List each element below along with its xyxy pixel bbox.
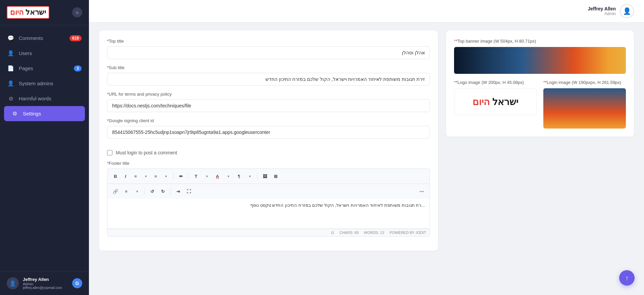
google-id-label: *Google signing client id <box>107 118 430 123</box>
url-label: *URL for terms and privacy policy <box>107 92 430 97</box>
topbar: Jeffrey Allen Admin 👤 <box>89 0 644 22</box>
right-panel: **Top banner image (W 504px, H 80.71px) … <box>446 31 634 287</box>
color-dropdown[interactable]: ▾ <box>224 171 233 181</box>
list-unordered-button[interactable]: ≡ <box>131 171 140 181</box>
undo-button[interactable]: ↺ <box>147 187 157 196</box>
login-image-group: **Login image (W 190pxpx, H 261.59px) <box>543 80 626 129</box>
pages-icon: 📄 <box>7 65 14 71</box>
left-panel: *Top title *Sub title *URL for terms and… <box>99 31 438 287</box>
sub-title-label: *Sub title <box>107 65 430 70</box>
top-title-label: *Top title <box>107 39 430 44</box>
align-dropdown[interactable]: ▾ <box>132 187 142 196</box>
sidebar-user-role: Admin <box>23 282 68 286</box>
login-label: **Login image (W 190pxpx, H 261.59px) <box>543 80 626 85</box>
sidebar-item-users-label: Users <box>19 50 32 56</box>
comments-badge: 619 <box>69 35 82 41</box>
top-title-input[interactable] <box>107 46 430 59</box>
sidebar-item-admins-label: System admins <box>19 81 53 86</box>
paragraph-button[interactable]: ¶ <box>234 171 244 181</box>
sidebar-logo: ישראל היום ○ <box>0 0 89 25</box>
editor-status-bar: ⊡ CHARS: 69 WORDS: 13 POWERED BY JODIT <box>107 229 430 237</box>
logo-image-text: ישראל היום <box>473 96 518 107</box>
must-login-checkbox[interactable] <box>107 150 112 155</box>
table-button[interactable]: ⊞ <box>271 171 280 181</box>
sidebar-item-settings-label: Settings <box>23 111 41 116</box>
logo-login-row: **Logo image (W 200px, H 45.08px) ישראל … <box>454 80 626 129</box>
toolbar-sep-4 <box>144 188 145 195</box>
editor-powered: POWERED BY JODIT <box>390 231 426 235</box>
google-auth-button[interactable]: G <box>72 278 82 288</box>
editor-words: WORDS: 13 <box>364 231 384 235</box>
main-content: Jeffrey Allen Admin 👤 *Top title <box>89 0 644 295</box>
link-button[interactable]: 🔗 <box>111 187 120 196</box>
settings-icon: ⚙ <box>11 110 18 117</box>
sidebar-footer: 👤 Jeffrey Allen Admin jeffrey.allen@yopm… <box>0 271 89 295</box>
sidebar-item-comments[interactable]: 💬 Comments 619 <box>0 31 89 46</box>
url-group: *URL for terms and privacy policy <box>107 92 430 112</box>
sidebar-item-harmful-words[interactable]: ⊘ Harmful words <box>0 91 89 106</box>
editor-chars: CHARS: 69 <box>339 231 358 235</box>
align-button[interactable]: ≡ <box>121 187 131 196</box>
sub-title-group: *Sub title <box>107 65 430 86</box>
list-ordered-dropdown[interactable]: ▾ <box>161 171 170 181</box>
topbar-user-name: Jeffrey Allen <box>588 6 616 11</box>
toolbar-format-group: B I ≡ ▾ ≡ ▾ <box>111 171 170 181</box>
images-card: **Top banner image (W 504px, H 80.71px) … <box>446 31 634 137</box>
topbar-user-role: Admin <box>588 11 616 16</box>
banner-image-group: **Top banner image (W 504px, H 80.71px) <box>454 39 626 74</box>
footer-title-label: *Footer title <box>107 161 430 166</box>
logo-image-preview[interactable]: ישראל היום <box>454 88 537 115</box>
google-id-input[interactable] <box>107 126 430 139</box>
font-size-button[interactable]: T <box>191 171 201 181</box>
eraser-button[interactable]: ✏ <box>176 171 186 181</box>
sidebar: ישראל היום ○ 💬 Comments 619 👤 Users 📄 Pa… <box>0 0 89 295</box>
sidebar-avatar: 👤 <box>7 277 19 289</box>
url-input[interactable] <box>107 99 430 112</box>
sidebar-item-users[interactable]: 👤 Users <box>0 46 89 61</box>
sidebar-item-comments-label: Comments <box>19 35 43 41</box>
sidebar-item-pages[interactable]: 📄 Pages 3 <box>0 61 89 76</box>
indent-button[interactable]: ⇥ <box>173 187 183 196</box>
font-size-dropdown[interactable]: ▾ <box>202 171 211 181</box>
must-login-label: Must login to post a comment <box>116 150 177 155</box>
fullscreen-button[interactable]: ⛶ <box>184 187 193 196</box>
toolbar-sep-1 <box>173 173 174 180</box>
banner-label: **Top banner image (W 504px, H 80.71px) <box>454 39 626 44</box>
login-image-preview[interactable] <box>543 88 626 129</box>
sidebar-item-system-admins[interactable]: 👤 System admins <box>0 76 89 91</box>
sidebar-user-name: Jeffrey Allen <box>23 277 68 282</box>
scroll-up-icon: ↑ <box>625 274 629 282</box>
sub-title-input[interactable] <box>107 73 430 86</box>
paragraph-dropdown[interactable]: ▾ <box>245 171 254 181</box>
logo-circle-icon: ○ <box>72 7 82 17</box>
banner-img-inner <box>454 47 626 74</box>
editor-content: ...רת תגובות משותפת לאיחוד האמרויות וישר… <box>250 203 425 208</box>
image-button[interactable]: 🖼 <box>260 171 269 181</box>
sidebar-user-info: Jeffrey Allen Admin jeffrey.allen@yopmai… <box>23 277 68 290</box>
google-id-group: *Google signing client id <box>107 118 430 139</box>
color-button[interactable]: A <box>213 171 222 181</box>
list-ordered-button[interactable]: ≡ <box>151 171 160 181</box>
logo-text: ישראל היום <box>10 8 46 17</box>
italic-button[interactable]: I <box>121 171 130 181</box>
sidebar-item-pages-label: Pages <box>19 65 33 71</box>
editor-toolbar: B I ≡ ▾ ≡ ▾ ✏ T ▾ A ▾ <box>107 168 430 184</box>
topbar-avatar: 👤 <box>620 4 634 18</box>
banner-image-preview[interactable] <box>454 47 626 74</box>
comments-icon: 💬 <box>7 35 14 41</box>
redo-button[interactable]: ↻ <box>158 187 167 196</box>
editor-toolbar-row2: 🔗 ≡ ▾ ↺ ↻ ⇥ ⛶ ⋯ <box>107 184 430 199</box>
logo-image-group: **Logo image (W 200px, H 45.08px) ישראל … <box>454 80 537 129</box>
scroll-to-top-button[interactable]: ↑ <box>619 270 635 286</box>
topbar-user-info: Jeffrey Allen Admin <box>588 6 616 16</box>
toolbar-sep-5 <box>170 188 170 195</box>
list-unordered-dropdown[interactable]: ▾ <box>141 171 150 181</box>
more-button[interactable]: ⋯ <box>417 187 426 196</box>
sidebar-item-settings[interactable]: ⚙ Settings <box>4 106 85 121</box>
footer-editor-body[interactable]: ...רת תגובות משותפת לאיחוד האמרויות וישר… <box>107 199 430 229</box>
pages-badge: 3 <box>74 65 82 71</box>
topbar-user: Jeffrey Allen Admin 👤 <box>588 4 634 18</box>
logo-label: **Logo image (W 200px, H 45.08px) <box>454 80 537 85</box>
bold-button[interactable]: B <box>111 171 120 181</box>
sidebar-item-harmful-label: Harmful words <box>19 96 51 101</box>
